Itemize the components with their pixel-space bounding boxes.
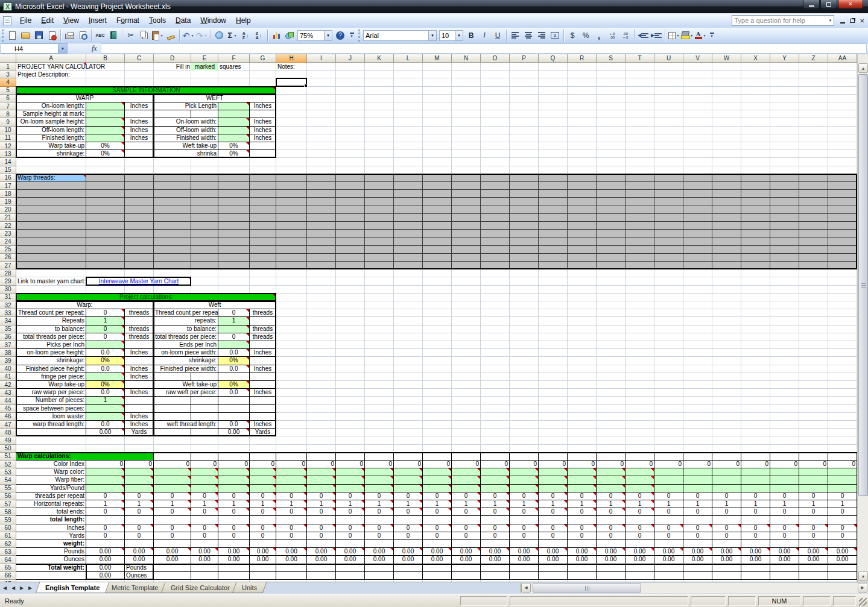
cell-O56[interactable]: 0 — [481, 492, 510, 500]
cell-K25[interactable] — [365, 246, 394, 254]
cell-F64[interactable]: 0.00 — [218, 556, 250, 564]
column-header-W[interactable]: W — [712, 54, 741, 63]
cell-S16[interactable] — [597, 174, 626, 182]
cell-N20[interactable] — [452, 206, 481, 214]
cell-E61[interactable]: 0 — [191, 532, 218, 540]
cell-G27[interactable] — [250, 262, 276, 269]
cell-D43[interactable]: raw weft per piece: — [154, 389, 218, 397]
cell-E58[interactable]: 0 — [191, 508, 218, 516]
cell-N58[interactable]: 0 — [452, 508, 481, 516]
cell-G11[interactable]: Inches — [250, 134, 276, 142]
row-header-55[interactable]: 55 — [0, 485, 16, 492]
font-color-button[interactable]: A▼ — [694, 30, 706, 42]
cell-D62[interactable] — [154, 540, 191, 548]
cell-Q52[interactable]: 0 — [539, 461, 568, 468]
cell-C64[interactable]: 0.00 — [125, 556, 154, 564]
cell-E23[interactable] — [191, 230, 218, 237]
cell-N26[interactable] — [452, 254, 481, 262]
cell-V57[interactable]: 1 — [683, 500, 712, 508]
row-header-49[interactable]: 49 — [0, 436, 16, 444]
cell-J57[interactable]: 1 — [336, 500, 365, 508]
cell-C19[interactable] — [125, 198, 154, 206]
autosum-button[interactable]: Σ▼ — [226, 30, 238, 42]
cell-A9[interactable]: On-loom sample height: — [16, 118, 86, 126]
column-header-U[interactable]: U — [654, 54, 683, 63]
cell-P58[interactable]: 0 — [510, 508, 539, 516]
column-header-I[interactable]: I — [307, 54, 336, 63]
cell-B22[interactable] — [86, 222, 125, 230]
cell-J26[interactable] — [336, 254, 365, 262]
cell-I17[interactable] — [307, 182, 336, 190]
cell-T23[interactable] — [626, 230, 654, 237]
cell-U24[interactable] — [654, 237, 683, 245]
cell-E22[interactable] — [191, 222, 218, 230]
cell-C57[interactable]: 1 — [125, 500, 154, 508]
cell-G62[interactable] — [250, 540, 276, 548]
cell-H19[interactable] — [276, 198, 307, 206]
cell-J27[interactable] — [336, 262, 365, 269]
cell-J61[interactable]: 0 — [336, 532, 365, 540]
column-header-C[interactable]: C — [125, 54, 154, 63]
cell-Z26[interactable] — [799, 254, 828, 262]
cell-D66[interactable] — [154, 572, 191, 580]
toolbar-grip[interactable] — [2, 30, 4, 42]
increase-decimal-button[interactable]: +.0.00 — [606, 30, 618, 42]
cell-B34[interactable]: 1 — [86, 317, 125, 325]
cell-T25[interactable] — [626, 246, 654, 254]
cell-I22[interactable] — [307, 222, 336, 230]
cell-W24[interactable] — [712, 237, 741, 245]
drawing-button[interactable] — [284, 30, 296, 42]
cell-S21[interactable] — [597, 214, 626, 222]
cell-O26[interactable] — [481, 254, 510, 262]
cell-O24[interactable] — [481, 237, 510, 245]
cell-V60[interactable]: 0 — [683, 524, 712, 532]
cell-S23[interactable] — [597, 230, 626, 237]
cell-V23[interactable] — [683, 230, 712, 237]
cell-P26[interactable] — [510, 254, 539, 262]
cell-R59[interactable] — [568, 516, 597, 524]
cell-R21[interactable] — [568, 214, 597, 222]
cell-A48[interactable] — [16, 429, 86, 436]
cell-F61[interactable]: 0 — [218, 532, 250, 540]
cell-H17[interactable] — [276, 182, 307, 190]
cell-G17[interactable] — [250, 182, 276, 190]
cell-R65[interactable] — [568, 564, 597, 572]
cell-F10[interactable] — [218, 127, 250, 134]
cell-U23[interactable] — [654, 230, 683, 237]
row-header-26[interactable]: 26 — [0, 254, 16, 262]
cell-A40[interactable]: Finished piece height: — [16, 365, 86, 373]
cell-Z58[interactable]: 0 — [799, 508, 828, 516]
cell-F52[interactable]: 0 — [218, 461, 250, 468]
cell-D10[interactable]: Off-loom width: — [154, 127, 218, 134]
cell-Q51[interactable] — [539, 453, 568, 461]
cell-AA62[interactable] — [828, 540, 857, 548]
cell-L62[interactable] — [394, 540, 423, 548]
cell-Q27[interactable] — [539, 262, 568, 269]
redo-dropdown-icon[interactable]: ▼ — [204, 34, 207, 37]
column-header-M[interactable]: M — [423, 54, 452, 63]
cell-U53[interactable] — [654, 468, 683, 476]
cell-G56[interactable]: 0 — [250, 492, 276, 500]
cell-G37[interactable] — [250, 341, 276, 349]
row-header-44[interactable]: 44 — [0, 397, 16, 404]
cell-A16[interactable]: Warp threads: — [16, 174, 86, 182]
spreadsheet-grid[interactable]: ABCDEFGHIJKLMNOPQRSTUVWXYZAA134567891011… — [0, 54, 868, 582]
cell-L18[interactable] — [394, 190, 423, 198]
cell-C60[interactable]: 0 — [125, 524, 154, 532]
cell-B58[interactable]: 0 — [86, 508, 125, 516]
cell-D32[interactable]: Weft — [154, 301, 276, 309]
cell-H18[interactable] — [276, 190, 307, 198]
cell-O61[interactable]: 0 — [481, 532, 510, 540]
cell-C26[interactable] — [125, 254, 154, 262]
cell-A41[interactable]: fringe per piece: — [16, 373, 86, 381]
cell-T57[interactable]: 1 — [626, 500, 654, 508]
workbook-minimize-icon[interactable] — [840, 22, 845, 24]
permission-button[interactable] — [46, 30, 58, 42]
cell-B19[interactable] — [86, 198, 125, 206]
cell-M66[interactable] — [423, 572, 452, 580]
row-header-20[interactable]: 20 — [0, 206, 16, 214]
column-header-AA[interactable]: AA — [828, 54, 857, 63]
cell-M56[interactable]: 0 — [423, 492, 452, 500]
cell-A20[interactable] — [16, 206, 86, 214]
cell-text[interactable]: Interweave Master Yarn Chart — [86, 278, 191, 285]
